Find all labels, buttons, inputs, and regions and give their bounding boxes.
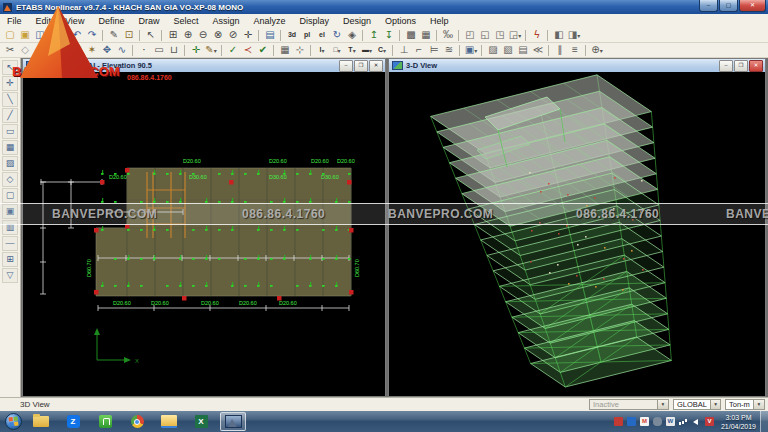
load-2-button[interactable]: ▧ xyxy=(501,44,515,57)
support-button[interactable]: ⊥ xyxy=(397,44,411,57)
open-file-button[interactable]: ▣ xyxy=(18,29,32,42)
design-concrete-button[interactable]: ◧ xyxy=(552,29,566,42)
reshape-object-button[interactable]: ✛ xyxy=(2,76,18,91)
select-poly-button[interactable]: ⊿ xyxy=(55,44,69,57)
section-c-button[interactable]: C▾ xyxy=(375,44,389,57)
zoom-previous-button[interactable]: ⊘ xyxy=(226,29,240,42)
zoom-full-button[interactable]: ⊗ xyxy=(211,29,225,42)
redo-button[interactable]: ↷ xyxy=(85,29,99,42)
frame-type-4-button[interactable]: ◲▾ xyxy=(508,29,522,42)
network-icon[interactable] xyxy=(679,417,688,426)
assign-check-2-button[interactable]: ≺ xyxy=(241,44,255,57)
menu-design[interactable]: Design xyxy=(336,15,378,28)
select-star-button[interactable]: ✶ xyxy=(85,44,99,57)
view-plan-button[interactable]: pl xyxy=(300,29,314,42)
zalo-app-button[interactable]: Z xyxy=(60,412,86,431)
pointer-button[interactable]: ↖ xyxy=(144,29,158,42)
section-bar-button[interactable]: ▬▾ xyxy=(360,44,374,57)
view-3d-button[interactable]: 3d xyxy=(285,29,299,42)
select-line-button[interactable]: ∿ xyxy=(115,44,129,57)
section-box-button[interactable]: □▾ xyxy=(330,44,344,57)
pattern-1-button[interactable]: ∥ xyxy=(553,44,567,57)
frame-type-2-button[interactable]: ◱ xyxy=(478,29,492,42)
cloud-icon[interactable] xyxy=(653,417,662,426)
lock-model-button[interactable]: ⊡ xyxy=(122,29,136,42)
units-dropdown[interactable]: Ton-m▾ xyxy=(725,399,765,410)
menu-draw[interactable]: Draw xyxy=(131,15,166,28)
draw-quick-area-button[interactable]: ▣ xyxy=(2,204,18,219)
teamviewer-icon[interactable] xyxy=(627,417,636,426)
gmail-icon[interactable]: M xyxy=(640,417,649,426)
draw-wall-button[interactable]: ▥ xyxy=(2,220,18,235)
frame-type-1-button[interactable]: ◰ xyxy=(463,29,477,42)
coord-system-dropdown[interactable]: GLOBAL▾ xyxy=(673,399,721,410)
move-story-up-button[interactable]: ↥ xyxy=(367,29,381,42)
options-more-button[interactable]: ⊕▾ xyxy=(590,44,604,57)
menu-define[interactable]: Define xyxy=(91,15,131,28)
zoom-out-button[interactable]: ⊖ xyxy=(196,29,210,42)
set-elements-button[interactable]: ▦ xyxy=(419,29,433,42)
run-analysis-button[interactable]: ϟ xyxy=(530,29,544,42)
rubber-band-zoom-button[interactable]: ⊞ xyxy=(166,29,180,42)
plan-minimize-button[interactable]: – xyxy=(339,60,353,72)
plan-close-button[interactable]: ✕ xyxy=(369,60,383,72)
note-button[interactable]: ✎▾ xyxy=(204,44,218,57)
draw-divider-button[interactable]: — xyxy=(2,236,18,251)
menu-display[interactable]: Display xyxy=(292,15,336,28)
draw-beam-button[interactable]: ▭ xyxy=(2,124,18,139)
draw-windows-button[interactable]: ⊞ xyxy=(2,252,18,267)
assign-check-1-button[interactable]: ✓ xyxy=(226,44,240,57)
object-shrink-button[interactable]: ▩ xyxy=(404,29,418,42)
save-file-button[interactable]: ◫ xyxy=(33,29,47,42)
close-button[interactable]: ✕ xyxy=(739,0,766,12)
view3d-minimize-button[interactable]: – xyxy=(719,60,733,72)
menu-help[interactable]: Help xyxy=(423,15,456,28)
explorer-app-button[interactable] xyxy=(156,412,182,431)
frame-type-3-button[interactable]: ◳ xyxy=(493,29,507,42)
measure-button[interactable]: ✛ xyxy=(189,44,203,57)
snap-mid-button[interactable]: ◆ xyxy=(33,44,47,57)
draw-dim-button[interactable]: ⊔ xyxy=(167,44,181,57)
menu-view[interactable]: View xyxy=(58,15,91,28)
draw-area-button[interactable]: ◇ xyxy=(2,172,18,187)
load-4-button[interactable]: ≪ xyxy=(531,44,545,57)
volume-icon[interactable] xyxy=(692,417,701,426)
design-steel-button[interactable]: ◨▾ xyxy=(567,29,581,42)
draw-point-button[interactable]: · xyxy=(137,44,151,57)
draw-ref-button[interactable]: ▭ xyxy=(152,44,166,57)
draw-quick-line-button[interactable]: ╱ xyxy=(2,108,18,123)
view-3d-title-bar[interactable]: 3-D View –❐✕ xyxy=(389,59,765,73)
notify-red-icon[interactable] xyxy=(614,417,623,426)
new-model-button[interactable]: ▢ xyxy=(3,29,17,42)
pattern-2-button[interactable]: ≡ xyxy=(568,44,582,57)
assign-check-3-button[interactable]: ✔ xyxy=(256,44,270,57)
link-button[interactable]: ⊨ xyxy=(427,44,441,57)
draw-brace-button[interactable]: ▨ xyxy=(2,156,18,171)
view-3d-canvas[interactable] xyxy=(389,72,765,396)
snap-points-button[interactable]: ✂ xyxy=(3,44,17,57)
menu-analyze[interactable]: Analyze xyxy=(246,15,292,28)
viewer-icon[interactable]: V xyxy=(705,417,714,426)
draw-column-grid-button[interactable]: ▦ xyxy=(2,140,18,155)
percent-button[interactable]: ‰ xyxy=(441,29,455,42)
rotate-view-button[interactable]: ↻ xyxy=(330,29,344,42)
section-i-button[interactable]: I▾ xyxy=(315,44,329,57)
mesh-area-button[interactable]: ▣▾ xyxy=(464,44,478,57)
show-axes-button[interactable]: ⊹ xyxy=(293,44,307,57)
excel-app-button[interactable]: X xyxy=(188,412,214,431)
show-grid-button[interactable]: ▦ xyxy=(278,44,292,57)
pointer-select-button[interactable]: ↖ xyxy=(2,60,18,75)
menu-assign[interactable]: Assign xyxy=(205,15,246,28)
spring-button[interactable]: ≋ xyxy=(442,44,456,57)
menu-options[interactable]: Options xyxy=(378,15,423,28)
etabs-app-button[interactable] xyxy=(220,412,246,431)
select-intersect-button[interactable]: ⋉ xyxy=(70,44,84,57)
edit-pencil-button[interactable]: ✎ xyxy=(107,29,121,42)
maximize-button[interactable]: ▢ xyxy=(719,0,738,12)
minimize-button[interactable]: – xyxy=(699,0,718,12)
plan-view-canvas[interactable]: D20.60D20.60D20.60D20.60D20.60D30.60D30.… xyxy=(23,72,385,396)
snap-ends-button[interactable]: ◇ xyxy=(18,44,32,57)
draw-rect-area-button[interactable]: ▢ xyxy=(2,188,18,203)
page-view-button[interactable]: ▤ xyxy=(263,29,277,42)
view-elevation-button[interactable]: el xyxy=(315,29,329,42)
